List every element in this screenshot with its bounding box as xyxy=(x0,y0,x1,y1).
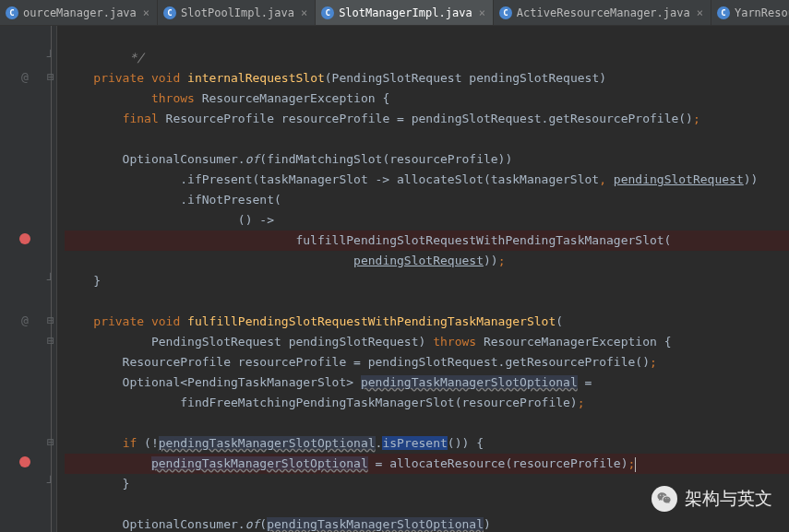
code-line: pendingTaskManagerSlotOptional = allocat… xyxy=(65,454,789,474)
tab-label: SlotManagerImpl.java xyxy=(339,6,472,19)
code-line: .ifNotPresent( xyxy=(65,190,789,210)
wechat-icon xyxy=(652,486,677,512)
code-line: findFreeMatchingPendingTaskManagerSlot(r… xyxy=(65,393,789,413)
code-line: if (!pendingTaskManagerSlotOptional.isPr… xyxy=(65,433,789,454)
fold-handle-icon[interactable]: ┘ xyxy=(46,269,55,290)
code-line: fulfillPendingSlotRequestWithPendingTask… xyxy=(65,231,789,251)
tab-label: ActiveResourceManager.java xyxy=(517,6,690,19)
code-editor[interactable]: */ private void internalRequestSlot(Pend… xyxy=(57,26,789,532)
tab-label: YarnResourceManagerD xyxy=(735,6,789,19)
breakpoint-icon[interactable] xyxy=(15,229,35,249)
java-class-icon: C xyxy=(321,6,334,19)
code-line xyxy=(65,129,789,149)
code-line: PendingSlotRequest pendingSlotRequest) t… xyxy=(65,332,789,352)
code-line: Optional<PendingTaskManagerSlot> pending… xyxy=(65,372,789,393)
code-line: OptionalConsumer.of(pendingTaskManagerSl… xyxy=(65,514,789,532)
code-line: throws ResourceManagerException { xyxy=(65,89,789,109)
java-class-icon: C xyxy=(499,6,512,19)
tab-file-1[interactable]: C SlotPoolImpl.java × xyxy=(158,0,316,25)
fold-handle-icon[interactable]: ┘ xyxy=(46,472,55,492)
java-class-icon: C xyxy=(717,6,730,19)
code-line: private void fulfillPendingSlotRequestWi… xyxy=(65,312,789,332)
close-icon[interactable]: × xyxy=(479,6,485,19)
watermark-text: 架构与英文 xyxy=(685,487,772,511)
java-class-icon: C xyxy=(163,6,176,19)
code-line: private void internalRequestSlot(Pending… xyxy=(65,68,789,89)
gutter: @ @ xyxy=(0,26,44,532)
code-line: pendingSlotRequest)); xyxy=(65,251,789,271)
tab-label: SlotPoolImpl.java xyxy=(181,6,294,19)
code-line: () -> xyxy=(65,210,789,231)
code-line: final ResourceProfile resourceProfile = … xyxy=(65,109,789,129)
close-icon[interactable]: × xyxy=(301,6,307,19)
java-class-icon: C xyxy=(6,6,18,19)
tab-file-4[interactable]: C YarnResourceManagerD xyxy=(711,0,789,25)
override-icon[interactable]: @ xyxy=(15,310,35,330)
code-line: */ xyxy=(65,48,789,68)
fold-handle-icon[interactable]: ┘ xyxy=(46,46,55,66)
tab-file-0[interactable]: C ourceManager.java × xyxy=(0,0,158,25)
code-line: ResourceProfile resourceProfile = pendin… xyxy=(65,352,789,372)
tab-file-2[interactable]: C SlotManagerImpl.java × xyxy=(316,0,494,25)
fold-gutter: ⊟ ┘ ┘ ⊟ ⊟ ⊟ ┘ xyxy=(44,26,57,532)
editor-tabs: C ourceManager.java × C SlotPoolImpl.jav… xyxy=(0,0,789,26)
close-icon[interactable]: × xyxy=(697,6,703,19)
tab-label: ourceManager.java xyxy=(23,6,137,19)
code-line xyxy=(65,413,789,433)
fold-handle-icon[interactable]: ⊟ xyxy=(46,432,55,452)
code-line: OptionalConsumer.of(findMatchingSlot(res… xyxy=(65,149,789,170)
fold-handle-icon[interactable]: ⊟ xyxy=(46,330,55,350)
code-line xyxy=(65,28,789,48)
code-line: } xyxy=(65,271,789,291)
text-caret xyxy=(635,457,636,472)
code-line: .ifPresent(taskManagerSlot -> allocateSl… xyxy=(65,170,789,190)
breakpoint-icon[interactable] xyxy=(15,452,35,472)
override-icon[interactable]: @ xyxy=(15,66,35,87)
close-icon[interactable]: × xyxy=(143,6,149,19)
tab-file-3[interactable]: C ActiveResourceManager.java × xyxy=(494,0,711,25)
fold-handle-icon[interactable]: ⊟ xyxy=(46,66,55,87)
fold-handle-icon[interactable]: ⊟ xyxy=(46,310,55,330)
editor-area: @ @ ⊟ ┘ ┘ ⊟ ⊟ ⊟ ┘ */ private void intern… xyxy=(0,26,789,532)
watermark: 架构与英文 xyxy=(652,486,772,512)
code-line xyxy=(65,291,789,312)
